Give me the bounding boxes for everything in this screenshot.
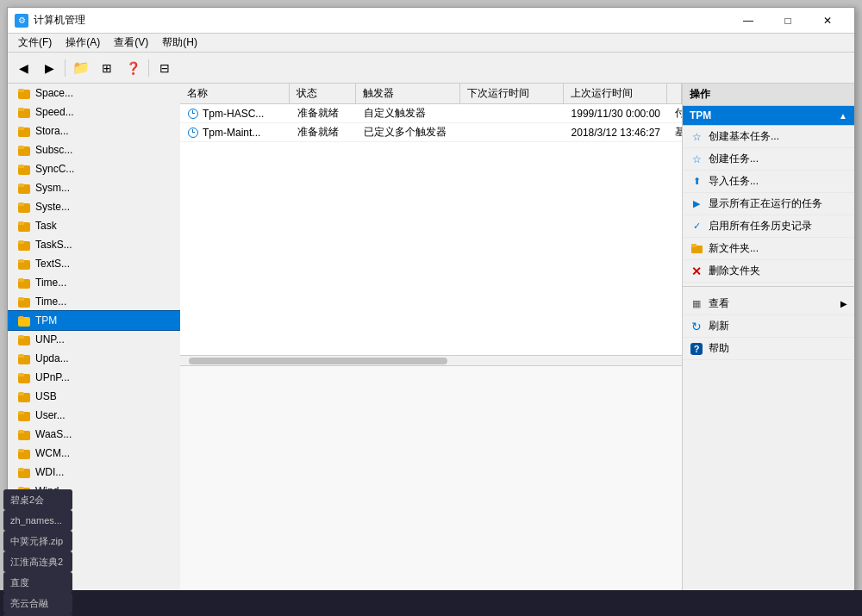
action-item-5[interactable]: 新文件夹...: [683, 238, 854, 260]
main-window: ⚙ 计算机管理 — □ ✕ 文件(F) 操作(A) 查看(V) 帮助(H) ◀ …: [7, 7, 855, 608]
task-trigger-0: 自定义触发器: [357, 106, 460, 121]
action-item-9[interactable]: ?帮助: [683, 338, 854, 360]
col-header-name[interactable]: 名称: [180, 84, 290, 103]
sidebar-item-9[interactable]: TextS...: [8, 254, 180, 273]
action-item-7[interactable]: ▦查看▶: [683, 293, 854, 315]
sidebar-item-15[interactable]: UPnP...: [8, 368, 180, 387]
sidebar-item-4[interactable]: SyncC...: [8, 159, 180, 178]
action-item-0[interactable]: ☆创建基本任务...: [683, 126, 854, 148]
sidebar-item-18[interactable]: WaaS...: [8, 425, 180, 444]
back-button[interactable]: ◀: [11, 56, 35, 80]
sidebar-item-3[interactable]: Subsc...: [8, 140, 180, 159]
action-label-2: 导入任务...: [709, 174, 759, 189]
task-table-header: 名称 状态 触发器 下次运行时间 上次运行时间: [180, 84, 682, 104]
taskbar-item-2[interactable]: 中荚元择.zip: [3, 531, 72, 551]
enable-icon: ✓: [690, 220, 703, 233]
folder-icon-4: [18, 163, 32, 175]
maximize-button[interactable]: □: [768, 8, 808, 34]
forward-button[interactable]: ▶: [37, 56, 61, 80]
toolbar-separator-2: [148, 59, 149, 77]
sidebar-label-4: SyncC...: [35, 163, 74, 175]
display-icon: ▶: [690, 197, 703, 211]
taskbar-item-1[interactable]: zh_names...: [3, 510, 72, 531]
menu-file[interactable]: 文件(F): [11, 34, 59, 52]
sidebar-item-14[interactable]: Upda...: [8, 349, 180, 368]
col-header-next-run[interactable]: 下次运行时间: [460, 84, 564, 103]
star-icon: ☆: [690, 130, 703, 144]
minimize-button[interactable]: —: [728, 8, 768, 34]
grid-button[interactable]: ⊞: [95, 56, 119, 80]
sidebar-label-2: Stora...: [35, 125, 69, 137]
action-label-4: 启用所有任务历史记录: [709, 219, 812, 233]
sidebar-label-11: Time...: [35, 296, 66, 308]
folder-icon-12: [18, 314, 32, 327]
task-extra-1: 基: [668, 125, 682, 140]
sidebar-label-19: WCM...: [35, 447, 70, 459]
menu-action[interactable]: 操作(A): [59, 34, 107, 52]
sidebar-item-7[interactable]: Task: [8, 216, 180, 235]
action-item-8[interactable]: ↻刷新: [683, 315, 854, 338]
taskbar-item-4[interactable]: 直度: [3, 572, 72, 593]
view-button[interactable]: ⊟: [153, 56, 177, 80]
title-bar-controls: — □ ✕: [728, 8, 847, 34]
sidebar-item-10[interactable]: Time...: [8, 273, 180, 292]
action-item-3[interactable]: ▶显示所有正在运行的任务: [683, 193, 854, 215]
help-icon: ?: [690, 342, 703, 356]
folder-icon-15: [18, 371, 32, 383]
action-item-4[interactable]: ✓启用所有任务历史记录: [683, 215, 854, 238]
sidebar-item-0[interactable]: Space...: [8, 84, 180, 103]
action-item-1[interactable]: ☆创建任务...: [683, 148, 854, 171]
horizontal-scrollbar[interactable]: [180, 355, 682, 365]
folder-icon-0: [18, 87, 32, 99]
action-item-2[interactable]: ⬆导入任务...: [683, 171, 854, 193]
folder-icon-13: [18, 333, 32, 345]
sidebar-item-8[interactable]: TaskS...: [8, 235, 180, 254]
sidebar-item-6[interactable]: Syste...: [8, 197, 180, 216]
action-panel: 操作 TPM ▲ ☆创建基本任务...☆创建任务...⬆导入任务...▶显示所有…: [682, 84, 854, 607]
sidebar-label-3: Subsc...: [35, 144, 72, 156]
sidebar-label-6: Syste...: [35, 201, 70, 213]
sidebar-label-7: Task: [35, 220, 57, 232]
menu-bar: 文件(F) 操作(A) 查看(V) 帮助(H): [8, 34, 854, 53]
folder-icon-9: [18, 258, 32, 270]
taskbar-item-3[interactable]: 江淮高连典2: [3, 551, 72, 572]
action-label-7: 查看: [709, 296, 729, 311]
help-button[interactable]: ❓: [121, 56, 145, 80]
sidebar-item-17[interactable]: User...: [8, 406, 180, 425]
taskbar-item-5[interactable]: 亮云合融: [3, 593, 72, 613]
action-section-title: 操作: [683, 84, 854, 106]
toolbar-separator-1: [65, 59, 66, 77]
folder-icon-17: [18, 409, 32, 421]
col-header-trigger[interactable]: 触发器: [356, 84, 459, 103]
menu-view[interactable]: 查看(V): [107, 34, 155, 52]
sidebar-label-13: UNP...: [35, 333, 65, 345]
task-row-1[interactable]: Tpm-Maint...准备就绪已定义多个触发器2018/3/12 13:46:…: [180, 123, 682, 142]
sidebar-item-1[interactable]: Speed...: [8, 103, 180, 121]
taskbar: 碧桌2会zh_names...中荚元择.zip江淮高连典2直度亮云合融家 万子[…: [0, 590, 862, 616]
folder-button[interactable]: 📁: [69, 56, 93, 80]
sidebar-item-13[interactable]: UNP...: [8, 330, 180, 349]
col-header-status[interactable]: 状态: [290, 84, 356, 103]
action-item-6[interactable]: ✕删除文件夹: [683, 260, 854, 283]
sidebar-item-20[interactable]: WDI...: [8, 463, 180, 482]
sidebar-item-16[interactable]: USB: [8, 387, 180, 406]
close-button[interactable]: ✕: [808, 8, 847, 34]
window-icon: ⚙: [15, 14, 28, 28]
menu-help[interactable]: 帮助(H): [155, 34, 204, 52]
star-icon: ☆: [690, 152, 703, 166]
task-list-area: 名称 状态 触发器 下次运行时间 上次运行时间 Tpm-HASC...准备就绪自…: [180, 84, 682, 366]
sidebar-item-19[interactable]: WCM...: [8, 444, 180, 463]
taskbar-item-0[interactable]: 碧桌2会: [3, 489, 72, 510]
window-title: 计算机管理: [34, 13, 728, 28]
toolbar: ◀ ▶ 📁 ⊞ ❓ ⊟: [8, 53, 854, 84]
task-row-0[interactable]: Tpm-HASC...准备就绪自定义触发器1999/11/30 0:00:00付: [180, 104, 682, 123]
sidebar-item-2[interactable]: Stora...: [8, 121, 180, 140]
col-header-last-run[interactable]: 上次运行时间: [564, 84, 667, 103]
chevron-up-icon: ▲: [839, 111, 847, 121]
sidebar-item-5[interactable]: Sysm...: [8, 178, 180, 197]
x-icon: ✕: [690, 264, 703, 278]
folder-icon-7: [18, 220, 32, 232]
sidebar-item-12[interactable]: TPM: [8, 311, 180, 330]
sidebar-item-11[interactable]: Time...: [8, 292, 180, 311]
task-clock-icon-1: [187, 127, 199, 139]
